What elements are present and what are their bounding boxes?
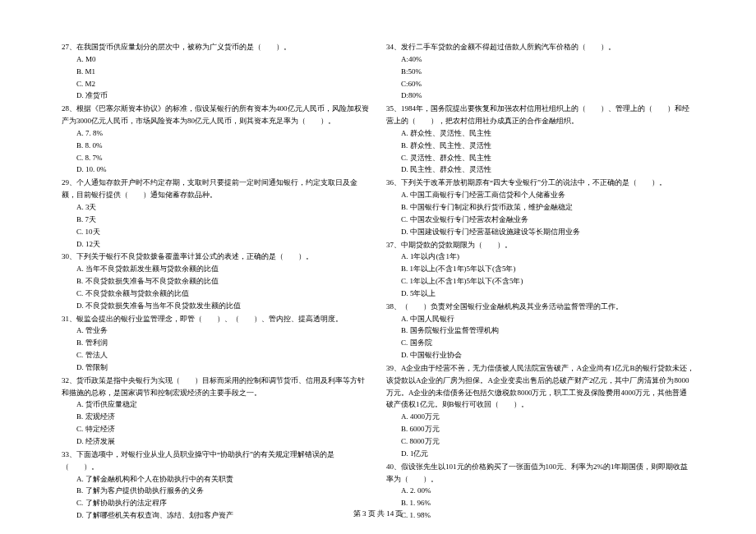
option-b: B. 了解为客户提供协助执行服务的义务 — [76, 485, 370, 497]
question-29: 29、个人通知存款开户时不约定存期，支取时只要提前一定时间通知银行，约定支取日及… — [62, 177, 370, 250]
option-b: B. 群众性、民主性、灵活性 — [401, 140, 694, 152]
question-text: 37、中期贷款的贷款期限为（ ）。 — [386, 241, 512, 249]
option-a: A. 中国人民银行 — [401, 313, 694, 325]
question-34: 34、发行二手车贷款的金额不得超过借款人所购汽车价格的（ ）。 A:40% B:… — [386, 41, 694, 102]
option-a: A. 群众性、灵活性、民主性 — [401, 127, 694, 140]
question-28: 28、根据《巴塞尔斯资本协议》的标准，假设某银行的所有资本为400亿元人民币，风… — [62, 103, 370, 176]
option-d: D. 12天 — [76, 238, 370, 251]
option-a: A. 了解金融机构和个人在协助执行中的有关职责 — [76, 473, 370, 486]
question-35: 35、1984年，国务院提出要恢复和加强农村信用社组织上的（ ）、管理上的（ ）… — [386, 103, 694, 176]
question-text: 27、在我国货币供应量划分的层次中，被称为广义货币的是（ ）。 — [62, 43, 291, 51]
question-39: 39、A企业由于经营不善，无力偿债被人民法院宣告破产，A企业尚有1亿元B的银行贷… — [386, 362, 694, 460]
options: A. 中国工商银行专门经营工商信贷和个人储蓄业务 B. 中国银行专门制定和执行货… — [386, 189, 694, 237]
question-text: 28、根据《巴塞尔斯资本协议》的标准，假设某银行的所有资本为400亿元人民币，风… — [62, 104, 369, 125]
option-c: C. 8. 7% — [76, 152, 370, 164]
option-b: B. 管利润 — [76, 337, 370, 349]
option-a: A. 3天 — [76, 201, 370, 214]
option-b: B. M1 — [76, 66, 370, 78]
option-c: C. 10天 — [76, 226, 370, 238]
option-c: C. 不良贷款余额与贷款余额的比值 — [76, 288, 370, 300]
question-text: 33、下面选项中，对银行业从业人员职业操守中“协助执行”的有关规定理解错误的是（… — [62, 450, 334, 471]
option-b: B. 1. 96% — [401, 497, 694, 509]
options: A:40% B:50% C:60% D:80% — [386, 53, 694, 102]
question-text: 35、1984年，国务院提出要恢复和加强农村信用社组织上的（ ）、管理上的（ ）… — [386, 104, 689, 125]
option-b: B. 宏观经济 — [76, 411, 370, 423]
option-d: D. 10. 0% — [76, 163, 370, 176]
options: A. 群众性、灵活性、民主性 B. 群众性、民主性、灵活性 C. 灵活性、群众性… — [386, 127, 694, 176]
question-text: 36、下列关于改革开放初期原有“四大专业银行”分工的说法中，不正确的是（ ）。 — [386, 178, 666, 186]
options: A. 中国人民银行 B. 国务院银行业监督管理机构 C. 国务院 D. 中国银行… — [386, 313, 694, 361]
question-text: 34、发行二手车贷款的金额不得超过借款人所购汽车价格的（ ）。 — [386, 43, 615, 51]
option-b: B. 1年以上(不含1年)5年以下(含5年) — [401, 263, 694, 275]
right-column: 34、发行二手车贷款的金额不得超过借款人所购汽车价格的（ ）。 A:40% B:… — [386, 41, 694, 522]
option-d: D. 准货币 — [76, 90, 370, 102]
option-d: D. 不良贷款损失准备与当年不良贷款发生额的比值 — [76, 300, 370, 312]
options: A. 管业务 B. 管利润 C. 管法人 D. 管限制 — [62, 325, 370, 373]
option-c: C. 1年以上(不含1年)5年以下(不含5年) — [401, 275, 694, 288]
question-36: 36、下列关于改革开放初期原有“四大专业银行”分工的说法中，不正确的是（ ）。 … — [386, 177, 694, 237]
question-27: 27、在我国货币供应量划分的层次中，被称为广义货币的是（ ）。 A. M0 B.… — [62, 41, 370, 102]
option-a: A. 管业务 — [76, 325, 370, 337]
option-a: A. 当年不良贷款新发生额与贷款余额的比值 — [76, 263, 370, 275]
question-text: 31、银监会提出的银行业监管理念，即管（ ）、（ ）、管内控、提高透明度。 — [62, 315, 343, 323]
option-d: D. 经济发展 — [76, 435, 370, 448]
options: A. 3天 B. 7天 C. 10天 D. 12天 — [62, 201, 370, 250]
question-text: 40、假设张先生以101元的价格购买了一张面值为100元、利率为2%的1年期国债… — [386, 463, 689, 483]
option-d: D. 1亿元 — [401, 448, 694, 460]
options: A. 当年不良贷款新发生额与贷款余额的比值 B. 不良贷款损失准备与不良贷款余额… — [62, 263, 370, 311]
options: A. 货币供应量稳定 B. 宏观经济 C. 特定经济 D. 经济发展 — [62, 398, 370, 447]
option-a: A. M0 — [76, 53, 370, 66]
option-b: B:50% — [401, 66, 694, 78]
option-d: D. 中国建设银行专门经营基础设施建设等长期信用业务 — [401, 226, 694, 238]
option-b: B. 国务院银行业监督管理机构 — [401, 325, 694, 337]
option-d: D. 管限制 — [76, 361, 370, 374]
left-column: 27、在我国货币供应量划分的层次中，被称为广义货币的是（ ）。 A. M0 B.… — [62, 41, 370, 522]
option-a: A. 1年以内(含1年) — [401, 251, 694, 263]
option-b: B. 7天 — [76, 214, 370, 226]
question-text: 38、（ ）负责对全国银行业金融机构及其业务活动监督管理的工作。 — [386, 302, 623, 311]
option-c: C. M2 — [76, 78, 370, 90]
options: A. M0 B. M1 C. M2 D. 准货币 — [62, 53, 370, 102]
option-b: B. 8. 0% — [76, 140, 370, 152]
question-text: 39、A企业由于经营不善，无力偿债被人民法院宣告破产，A企业尚有1亿元B的银行贷… — [386, 364, 694, 409]
option-d: D:80% — [401, 90, 694, 102]
question-text: 30、下列关于银行不良贷款拨备覆盖率计算公式的表述，正确的是（ ）。 — [62, 252, 313, 260]
option-a: A:40% — [401, 53, 694, 66]
question-37: 37、中期贷款的贷款期限为（ ）。 A. 1年以内(含1年) B. 1年以上(不… — [386, 239, 694, 300]
question-text: 32、货币政策是指中央银行为实现（ ）目标而采用的控制和调节货币、信用及利率等方… — [62, 376, 365, 397]
option-a: A. 2. 00% — [401, 485, 694, 497]
option-a: A. 中国工商银行专门经营工商信贷和个人储蓄业务 — [401, 189, 694, 201]
options: A. 1年以内(含1年) B. 1年以上(不含1年)5年以下(含5年) C. 1… — [386, 251, 694, 299]
option-c: C. 管法人 — [76, 349, 370, 361]
option-c: C. 国务院 — [401, 337, 694, 349]
option-b: B. 6000万元 — [401, 423, 694, 435]
options: A. 4000万元 B. 6000万元 C. 8000万元 D. 1亿元 — [386, 411, 694, 459]
question-32: 32、货币政策是指中央银行为实现（ ）目标而采用的控制和调节货币、信用及利率等方… — [62, 375, 370, 448]
option-d: D. 中国银行业协会 — [401, 349, 694, 361]
options: A. 7. 8% B. 8. 0% C. 8. 7% D. 10. 0% — [62, 127, 370, 176]
option-a: A. 7. 8% — [76, 127, 370, 140]
question-31: 31、银监会提出的银行业监管理念，即管（ ）、（ ）、管内控、提高透明度。 A.… — [62, 313, 370, 374]
option-d: D. 5年以上 — [401, 288, 694, 300]
question-38: 38、（ ）负责对全国银行业金融机构及其业务活动监督管理的工作。 A. 中国人民… — [386, 301, 694, 361]
option-c: C:60% — [401, 78, 694, 90]
option-a: A. 货币供应量稳定 — [76, 398, 370, 411]
question-30: 30、下列关于银行不良贷款拨备覆盖率计算公式的表述，正确的是（ ）。 A. 当年… — [62, 251, 370, 311]
option-c: C. 中国农业银行专门经营农村金融业务 — [401, 214, 694, 226]
question-text: 29、个人通知存款开户时不约定存期，支取时只要提前一定时间通知银行，约定支取日及… — [62, 178, 357, 199]
option-d: D. 民主性、群众性、灵活性 — [401, 163, 694, 176]
option-c: C. 了解协助执行的法定程序 — [76, 497, 370, 509]
option-c: C. 灵活性、群众性、民主性 — [401, 152, 694, 164]
option-c: C. 8000万元 — [401, 435, 694, 448]
option-a: A. 4000万元 — [401, 411, 694, 423]
option-b: B. 不良贷款损失准备与不良贷款余额的比值 — [76, 275, 370, 288]
option-c: C. 特定经济 — [76, 423, 370, 435]
page-footer: 第 3 页 共 14 页 — [0, 509, 756, 519]
content-columns: 27、在我国货币供应量划分的层次中，被称为广义货币的是（ ）。 A. M0 B.… — [62, 41, 694, 522]
option-b: B. 中国银行专门制定和执行货币政策，维护金融稳定 — [401, 201, 694, 214]
